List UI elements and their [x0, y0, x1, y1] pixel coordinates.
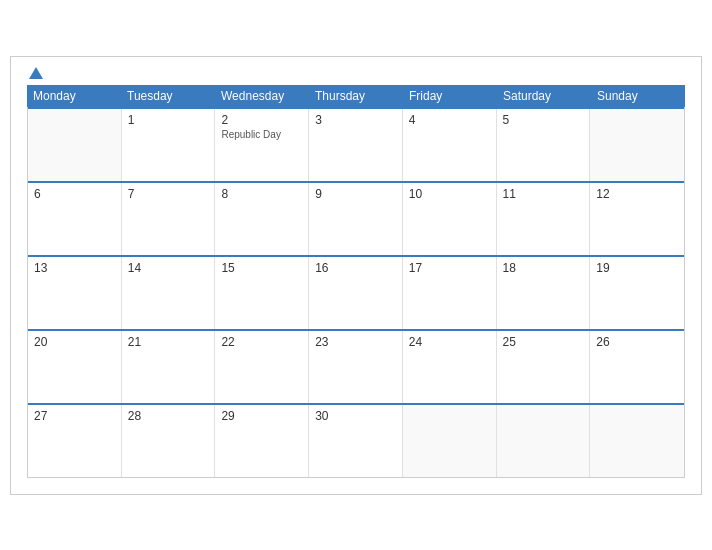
day-cell: [403, 405, 497, 477]
day-cell: 6: [28, 183, 122, 255]
day-cell: 10: [403, 183, 497, 255]
day-cell: 19: [590, 257, 684, 329]
week-row: 27282930: [28, 403, 684, 477]
day-number: 21: [128, 335, 209, 349]
day-header-sunday: Sunday: [591, 85, 685, 107]
day-number: 6: [34, 187, 115, 201]
day-cell: 17: [403, 257, 497, 329]
day-cell: 23: [309, 331, 403, 403]
day-cell: 20: [28, 331, 122, 403]
day-cell: [28, 109, 122, 181]
day-number: 30: [315, 409, 396, 423]
day-number: 19: [596, 261, 678, 275]
calendar: MondayTuesdayWednesdayThursdayFridaySatu…: [10, 56, 702, 495]
day-number: 22: [221, 335, 302, 349]
day-number: 17: [409, 261, 490, 275]
week-row: 12Republic Day345: [28, 107, 684, 181]
day-cell: [497, 405, 591, 477]
day-cell: 12: [590, 183, 684, 255]
day-cell: 2Republic Day: [215, 109, 309, 181]
day-cell: 30: [309, 405, 403, 477]
day-number: 28: [128, 409, 209, 423]
day-number: 15: [221, 261, 302, 275]
week-row: 6789101112: [28, 181, 684, 255]
day-cell: 3: [309, 109, 403, 181]
day-number: 4: [409, 113, 490, 127]
day-header-friday: Friday: [403, 85, 497, 107]
day-cell: 16: [309, 257, 403, 329]
day-number: 9: [315, 187, 396, 201]
day-number: 20: [34, 335, 115, 349]
day-header-saturday: Saturday: [497, 85, 591, 107]
day-cell: 4: [403, 109, 497, 181]
day-cell: 29: [215, 405, 309, 477]
day-cell: [590, 109, 684, 181]
day-number: 25: [503, 335, 584, 349]
day-header-monday: Monday: [27, 85, 121, 107]
day-number: 8: [221, 187, 302, 201]
day-cell: 9: [309, 183, 403, 255]
holiday-label: Republic Day: [221, 129, 302, 140]
day-cell: 25: [497, 331, 591, 403]
logo-triangle-icon: [29, 67, 43, 79]
day-number: 11: [503, 187, 584, 201]
day-cell: 8: [215, 183, 309, 255]
day-number: 23: [315, 335, 396, 349]
day-number: 10: [409, 187, 490, 201]
day-number: 27: [34, 409, 115, 423]
day-cell: [590, 405, 684, 477]
day-cell: 14: [122, 257, 216, 329]
day-header-wednesday: Wednesday: [215, 85, 309, 107]
day-cell: 28: [122, 405, 216, 477]
day-number: 18: [503, 261, 584, 275]
weeks-grid: 12Republic Day34567891011121314151617181…: [27, 107, 685, 477]
day-number: 16: [315, 261, 396, 275]
day-cell: 5: [497, 109, 591, 181]
day-number: 14: [128, 261, 209, 275]
day-number: 12: [596, 187, 678, 201]
day-number: 29: [221, 409, 302, 423]
day-cell: 1: [122, 109, 216, 181]
week-row: 13141516171819: [28, 255, 684, 329]
logo: [27, 67, 43, 79]
day-header-thursday: Thursday: [309, 85, 403, 107]
day-number: 5: [503, 113, 584, 127]
week-row: 20212223242526: [28, 329, 684, 403]
day-cell: 22: [215, 331, 309, 403]
day-cell: 13: [28, 257, 122, 329]
day-cell: 7: [122, 183, 216, 255]
day-number: 3: [315, 113, 396, 127]
day-cell: 21: [122, 331, 216, 403]
day-number: 1: [128, 113, 209, 127]
day-headers-row: MondayTuesdayWednesdayThursdayFridaySatu…: [27, 85, 685, 107]
day-number: 2: [221, 113, 302, 127]
day-cell: 24: [403, 331, 497, 403]
day-cell: 27: [28, 405, 122, 477]
day-number: 7: [128, 187, 209, 201]
day-cell: 26: [590, 331, 684, 403]
day-header-tuesday: Tuesday: [121, 85, 215, 107]
day-cell: 15: [215, 257, 309, 329]
day-number: 24: [409, 335, 490, 349]
day-number: 13: [34, 261, 115, 275]
day-cell: 11: [497, 183, 591, 255]
day-number: 26: [596, 335, 678, 349]
day-cell: 18: [497, 257, 591, 329]
